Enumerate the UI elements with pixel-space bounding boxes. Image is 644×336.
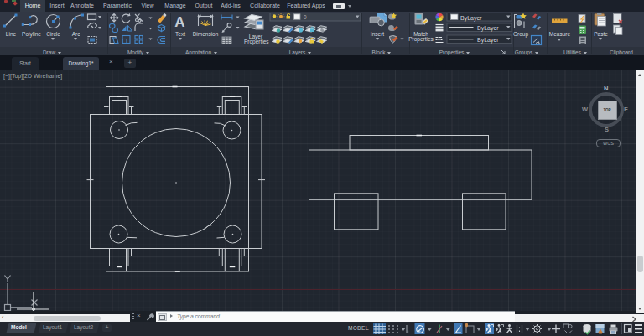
svg-text:0: 0 [304,14,307,20]
svg-text:A: A [174,14,184,30]
